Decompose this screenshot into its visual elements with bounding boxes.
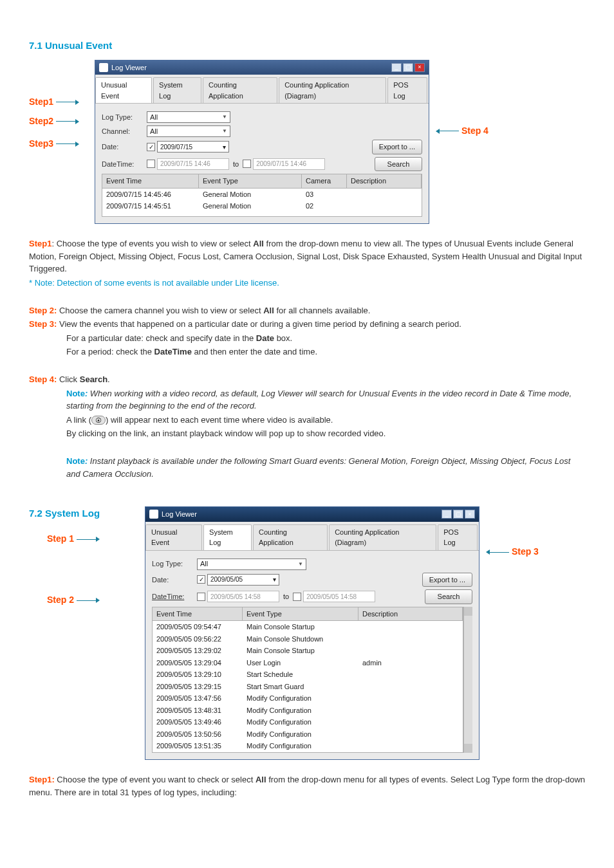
- datetime-from[interactable]: 2009/05/05 14:58: [207, 591, 279, 602]
- minimize-button[interactable]: _: [391, 63, 402, 72]
- datetime-checkbox[interactable]: [147, 160, 155, 168]
- to-label: to: [279, 591, 293, 602]
- col-camera: Camera: [302, 174, 347, 188]
- logtype-label: Log Type:: [152, 559, 197, 569]
- note2-text: When working with a video record, as def…: [66, 389, 572, 411]
- datetime-to-checkbox[interactable]: [243, 160, 251, 168]
- col-event-time: Event Time: [102, 174, 199, 188]
- cell-desc: [358, 681, 463, 693]
- table-row[interactable]: 2009/07/15 14:45:51 General Motion 02: [102, 200, 422, 212]
- table-row[interactable]: 2009/05/05 13:29:02Main Console Startup: [153, 645, 463, 657]
- section-title-72: 7.2 System Log: [29, 506, 100, 521]
- step2-label-72: Step 2: [47, 593, 100, 607]
- col-description: Description: [358, 607, 463, 621]
- step3-head: Step 3:: [29, 319, 57, 329]
- t3l2b: and then enter the date and time.: [192, 347, 317, 356]
- step4-text-block: Step 4: Click Search.: [29, 373, 585, 386]
- tab-system-log[interactable]: System Log: [153, 77, 201, 103]
- table-row[interactable]: 2009/05/05 13:50:56Modify Configuration: [153, 728, 463, 741]
- cell-desc: [358, 633, 463, 645]
- date-checkbox[interactable]: ✓: [197, 575, 205, 584]
- table-row[interactable]: 2009/05/05 13:29:04User Loginadmin: [153, 657, 463, 669]
- table-row[interactable]: 2009/05/05 13:47:56Modify Configuration: [153, 692, 463, 705]
- window-body: Log Type: All Channel: All Date: ✓ 2009/…: [95, 104, 429, 223]
- row-datetime: DateTime: 2009/07/15 14:46 to 2009/07/15…: [102, 157, 422, 172]
- logtype-select[interactable]: All: [147, 111, 230, 123]
- results-body: 2009/07/15 14:45:46 General Motion 03 20…: [102, 189, 422, 217]
- cell-time: 2009/05/05 13:29:15: [153, 681, 243, 693]
- tab-unusual-event[interactable]: Unusual Event: [95, 77, 152, 103]
- tab-unusual-event[interactable]: Unusual Event: [145, 524, 202, 550]
- note3-label: Note:: [66, 456, 88, 466]
- export-button[interactable]: Export to ...: [422, 573, 472, 587]
- cell-desc: [358, 669, 463, 681]
- close-button[interactable]: ×: [465, 510, 475, 519]
- table-row[interactable]: 2009/05/05 13:29:10Start Schedule: [153, 669, 463, 681]
- minimize-button[interactable]: _: [442, 510, 452, 519]
- tab-counting-app[interactable]: Counting Application: [203, 77, 277, 103]
- step1-text-block: Step1: Choose the type of events you wis…: [29, 237, 585, 275]
- close-button[interactable]: ×: [414, 63, 425, 72]
- search-button[interactable]: Search: [425, 589, 472, 604]
- table-row[interactable]: 2009/05/05 13:48:31Modify Configuration: [153, 705, 463, 717]
- datetime-to[interactable]: 2009/05/05 14:58: [303, 591, 375, 602]
- row-logtype-72: Log Type: All: [152, 559, 472, 570]
- cell-type: Modify Configuration: [243, 692, 358, 705]
- date-checkbox[interactable]: ✓: [147, 143, 155, 151]
- maximize-button[interactable]: ▢: [403, 63, 413, 72]
- tab-system-log[interactable]: System Log: [203, 524, 252, 550]
- datetime-to-checkbox[interactable]: [293, 593, 301, 601]
- cell-desc: [347, 189, 422, 201]
- t4-search: Search: [80, 374, 107, 384]
- results-header: Event Time Event Type Camera Description: [102, 174, 422, 189]
- tab-counting-app[interactable]: Counting Application: [253, 524, 328, 550]
- tab-pos-log[interactable]: POS Log: [438, 524, 478, 550]
- dt-from: 2009/05/05 14:58: [210, 592, 261, 602]
- cell-type: Start Schedule: [243, 669, 358, 681]
- table-row[interactable]: 2009/05/05 09:54:47Main Console Startup: [153, 621, 463, 633]
- step3-label: Step3: [29, 137, 79, 151]
- tab-counting-diagram[interactable]: Counting Application (Diagram): [329, 524, 436, 550]
- datetime-from[interactable]: 2009/07/15 14:46: [157, 158, 229, 170]
- datetime-to[interactable]: 2009/07/15 14:46: [253, 158, 325, 170]
- cell-desc: [358, 705, 463, 717]
- t3: View the events that happened on a parti…: [57, 319, 461, 329]
- maximize-button[interactable]: ▢: [453, 510, 463, 519]
- figure-71: Step1 Step2 Step3 Log Viewer _ ▢ × Unusu…: [29, 60, 585, 224]
- to-label: to: [229, 159, 243, 170]
- results-container: Event Time Event Type Description 2009/0…: [152, 607, 472, 753]
- tab-counting-diagram[interactable]: Counting Application (Diagram): [279, 77, 386, 103]
- table-row[interactable]: 2009/05/05 13:29:15Start Smart Guard: [153, 681, 463, 693]
- cell-desc: [358, 740, 463, 752]
- row-date: Date: ✓ 2009/07/15▾ Export to ...: [102, 140, 422, 154]
- date-input[interactable]: 2009/05/05▾: [207, 574, 279, 586]
- tab-pos-log[interactable]: POS Log: [387, 77, 427, 103]
- playback-link-icon: ⦿: [91, 416, 106, 425]
- logviewer-window-71: Log Viewer _ ▢ × Unusual Event System Lo…: [95, 60, 429, 224]
- date-input[interactable]: 2009/07/15▾: [157, 141, 229, 152]
- results-scrollbar[interactable]: [463, 607, 472, 753]
- note-lite: * Note: Detection of some events is not …: [29, 277, 585, 290]
- results-inner: Event Time Event Type Description 2009/0…: [152, 607, 463, 753]
- export-button[interactable]: Export to ...: [372, 140, 422, 154]
- step2-label: Step2: [29, 115, 79, 128]
- table-row[interactable]: 2009/05/05 13:49:46Modify Configuration: [153, 716, 463, 728]
- table-row[interactable]: 2009/05/05 13:51:35Modify Configuration: [153, 740, 463, 752]
- search-button[interactable]: Search: [375, 157, 422, 172]
- logtype-value: All: [150, 112, 158, 123]
- channel-select[interactable]: All: [147, 125, 230, 137]
- col-event-type: Event Type: [199, 174, 302, 188]
- datetime-label: DateTime:: [152, 591, 197, 602]
- date-label: Date:: [152, 575, 197, 586]
- table-row[interactable]: 2009/05/05 09:56:22Main Console Shutdown: [153, 633, 463, 645]
- dt-from-value: 2009/07/15 14:46: [160, 159, 210, 169]
- note3-text: Instant playback is available under the …: [66, 456, 570, 479]
- logtype-select[interactable]: All: [197, 559, 306, 570]
- s3t72: Step 3: [512, 546, 539, 557]
- cell-time: 2009/07/15 14:45:46: [102, 189, 199, 201]
- datetime-checkbox[interactable]: [197, 593, 205, 601]
- logtype-label: Log Type:: [102, 112, 147, 123]
- table-row[interactable]: 2009/07/15 14:45:46 General Motion 03: [102, 189, 422, 201]
- note3-block: Note: Instant playback is available unde…: [29, 455, 585, 480]
- t1a: : Choose the type of events you wish to …: [51, 239, 253, 248]
